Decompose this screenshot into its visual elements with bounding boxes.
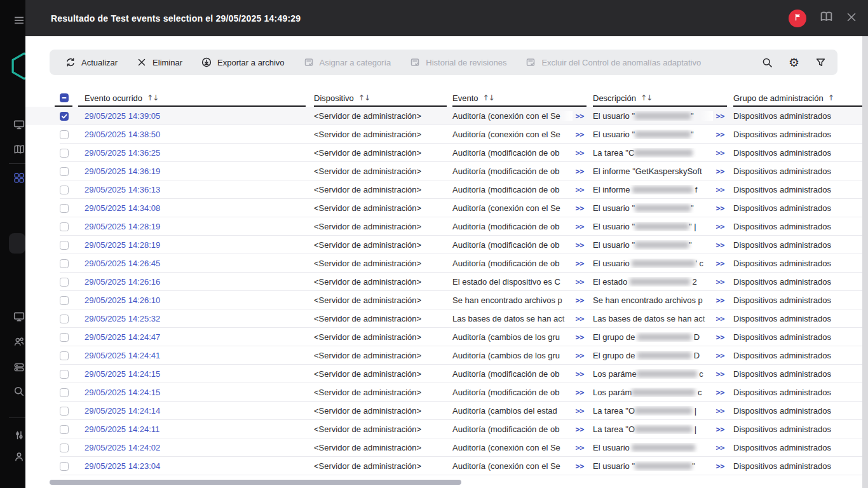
expand-link[interactable]: >> [576, 351, 584, 360]
hamburger-menu-icon[interactable] [13, 15, 25, 26]
event-date-link[interactable]: 29/05/2025 14:36:13 [85, 185, 160, 194]
apps-grid-icon[interactable] [13, 172, 25, 184]
close-button[interactable] [846, 12, 857, 25]
expand-link[interactable]: >> [576, 407, 584, 416]
event-date-link[interactable]: 29/05/2025 14:26:10 [85, 295, 160, 305]
row-checkbox[interactable] [60, 130, 69, 139]
expand-link[interactable]: >> [716, 204, 724, 213]
horizontal-scrollbar[interactable] [50, 480, 461, 485]
expand-link[interactable]: >> [576, 278, 584, 287]
expand-link[interactable]: >> [576, 370, 584, 379]
event-date-link[interactable]: 29/05/2025 14:28:19 [85, 222, 160, 231]
expand-link[interactable]: >> [576, 333, 584, 342]
column-header-evento-ocurrido[interactable]: Evento ocurrido↑↓ [78, 89, 314, 107]
sidebar-active-item[interactable] [9, 233, 25, 254]
expand-link[interactable]: >> [716, 351, 724, 360]
expand-link[interactable]: >> [716, 149, 724, 158]
column-header-evento[interactable]: Evento↑↓ [452, 89, 593, 107]
expand-link[interactable]: >> [576, 315, 584, 323]
row-checkbox[interactable] [60, 351, 69, 360]
expand-link[interactable]: >> [576, 112, 584, 121]
expand-link[interactable]: >> [716, 278, 724, 287]
row-checkbox[interactable] [60, 112, 69, 121]
event-date-link[interactable]: 29/05/2025 14:24:47 [85, 332, 160, 342]
expand-link[interactable]: >> [576, 149, 584, 158]
event-date-link[interactable]: 29/05/2025 14:26:16 [85, 277, 160, 287]
column-header-grupo-de-administracion[interactable]: Grupo de administración↑ [733, 89, 862, 107]
select-all-checkbox[interactable] [60, 93, 69, 102]
row-checkbox[interactable] [60, 370, 69, 379]
event-date-link[interactable]: 29/05/2025 14:39:05 [85, 111, 160, 121]
users-icon[interactable] [13, 336, 25, 348]
devices-icon[interactable] [13, 119, 25, 130]
event-date-link[interactable]: 29/05/2025 14:24:15 [85, 388, 160, 397]
expand-link[interactable]: >> [716, 112, 724, 121]
map-book-icon[interactable] [13, 144, 25, 155]
server-icon[interactable] [13, 362, 25, 373]
toolbar-button-actualizar[interactable]: Actualizar [56, 50, 127, 75]
expand-link[interactable]: >> [576, 444, 584, 452]
row-checkbox[interactable] [60, 388, 69, 397]
expand-link[interactable]: >> [716, 370, 724, 379]
row-checkbox[interactable] [60, 241, 69, 250]
expand-link[interactable]: >> [716, 241, 724, 250]
expand-link[interactable]: >> [576, 425, 584, 434]
search-icon[interactable] [13, 386, 25, 397]
event-date-link[interactable]: 29/05/2025 14:38:50 [85, 130, 160, 139]
column-header-descripcion[interactable]: Descripción↑↓ [593, 89, 733, 107]
vertical-scrollbar[interactable] [862, 36, 868, 488]
column-header-dispositivo[interactable]: Dispositivo↑↓ [314, 89, 452, 107]
row-checkbox[interactable] [60, 425, 69, 434]
expand-link[interactable]: >> [716, 167, 724, 176]
row-checkbox[interactable] [60, 167, 69, 176]
event-date-link[interactable]: 29/05/2025 14:34:08 [85, 203, 160, 213]
notifications-button[interactable] [789, 10, 806, 27]
row-checkbox[interactable] [60, 462, 69, 471]
search-button[interactable] [762, 57, 773, 68]
event-date-link[interactable]: 29/05/2025 14:36:19 [85, 166, 160, 176]
expand-link[interactable]: >> [716, 222, 724, 231]
row-checkbox[interactable] [60, 149, 69, 158]
expand-link[interactable]: >> [716, 315, 724, 323]
event-date-link[interactable]: 29/05/2025 14:24:15 [85, 369, 160, 379]
expand-link[interactable]: >> [576, 241, 584, 250]
monitor-icon[interactable] [13, 311, 25, 322]
sliders-icon[interactable] [13, 430, 25, 441]
event-date-link[interactable]: 29/05/2025 14:24:41 [85, 351, 160, 360]
expand-link[interactable]: >> [576, 462, 584, 471]
event-date-link[interactable]: 29/05/2025 14:23:04 [85, 461, 160, 471]
expand-link[interactable]: >> [576, 186, 584, 194]
expand-link[interactable]: >> [576, 130, 584, 139]
row-checkbox[interactable] [60, 407, 69, 416]
expand-link[interactable]: >> [576, 222, 584, 231]
expand-link[interactable]: >> [716, 259, 724, 268]
event-date-link[interactable]: 29/05/2025 14:24:02 [85, 443, 160, 452]
expand-link[interactable]: >> [716, 407, 724, 416]
row-checkbox[interactable] [60, 204, 69, 213]
toolbar-button-eliminar[interactable]: Eliminar [127, 50, 192, 75]
expand-link[interactable]: >> [716, 388, 724, 397]
expand-link[interactable]: >> [716, 425, 724, 434]
expand-link[interactable]: >> [716, 130, 724, 139]
filter-funnel-button[interactable] [815, 57, 826, 68]
event-date-link[interactable]: 29/05/2025 14:36:25 [85, 148, 160, 158]
expand-link[interactable]: >> [716, 333, 724, 342]
event-date-link[interactable]: 29/05/2025 14:26:45 [85, 259, 160, 268]
expand-link[interactable]: >> [576, 388, 584, 397]
row-checkbox[interactable] [60, 315, 69, 323]
event-date-link[interactable]: 29/05/2025 14:24:14 [85, 406, 160, 416]
expand-link[interactable]: >> [716, 296, 724, 305]
expand-link[interactable]: >> [576, 259, 584, 268]
expand-link[interactable]: >> [716, 462, 724, 471]
toolbar-button-exportar-a-archivo[interactable]: Exportar a archivo [192, 50, 294, 75]
row-checkbox[interactable] [60, 222, 69, 231]
event-date-link[interactable]: 29/05/2025 14:24:11 [85, 424, 159, 434]
event-date-link[interactable]: 29/05/2025 14:25:32 [85, 314, 160, 323]
row-checkbox[interactable] [60, 333, 69, 342]
gear-button[interactable]: ⚙ [789, 57, 799, 69]
expand-link[interactable]: >> [576, 204, 584, 213]
row-checkbox[interactable] [60, 186, 69, 194]
row-checkbox[interactable] [60, 444, 69, 452]
expand-link[interactable]: >> [576, 296, 584, 305]
expand-link[interactable]: >> [716, 186, 724, 194]
